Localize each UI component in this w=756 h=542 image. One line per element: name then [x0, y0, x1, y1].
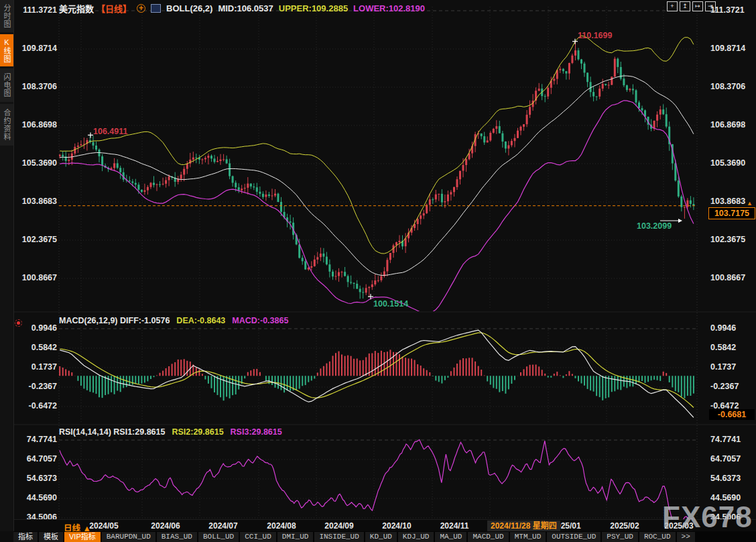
indicator-tab-kd-ud[interactable]: KD_UD	[365, 532, 397, 542]
rsi-axis-label-right: 54.6373	[710, 474, 741, 483]
rsi-axis-label-right: 64.7057	[710, 454, 741, 464]
chart-type-sidebar: 分时图K线图闪电图合约资料	[0, 0, 14, 531]
indicator-tab--[interactable]: 指标	[13, 532, 38, 542]
rsi-axis-label-left: 64.7057	[15, 454, 57, 464]
macd-axis-label-right: -0.2367	[710, 382, 739, 391]
month-label: 2024/08	[267, 521, 296, 531]
indicator-tab-barupdn-ud[interactable]: BARUPDN_UD	[102, 532, 155, 542]
month-label: 2024/06	[151, 521, 180, 531]
price-axis-label-left: 108.3706	[15, 82, 57, 91]
month-label: 2024/10	[382, 521, 411, 531]
sidebar-tab-1[interactable]: 分时图	[0, 0, 13, 32]
rsi-axis-label-left: 54.6373	[15, 474, 57, 483]
sidebar-tab-3[interactable]: 闪电图	[0, 68, 13, 102]
macd-value-tag: -0.6681	[709, 409, 755, 420]
indicator-tab-macd-ud[interactable]: MACD_UD	[468, 532, 508, 542]
indicator-toolbar: 指标模板VIP指标BARUPDN_UDBIAS_UDBOLL_UDCCI_UDD…	[13, 531, 756, 542]
annotation-high-106: 106.4911	[93, 127, 127, 136]
annotation-low-103: 103.2099	[637, 221, 672, 231]
price-up-arrow-icon: ▲	[747, 200, 753, 207]
price-axis-label-left: 106.8698	[15, 120, 57, 129]
rsi-axis-label-left: 44.5690	[15, 493, 57, 502]
period-tag: 【日线】	[97, 2, 131, 15]
month-label: 2024/09	[324, 521, 353, 531]
indicator-tab-outside-ud[interactable]: OUTSIDE_UD	[547, 532, 601, 542]
price-axis-label-left: 102.3675	[15, 235, 57, 244]
price-axis-label-right: 108.3706	[710, 82, 745, 91]
rsi-axis-label-left: 74.7741	[15, 435, 57, 444]
trading-app-window: 分时图K线图闪电图合约资料 美元指数 【日线】 + BOLL(26,2) MID…	[0, 0, 756, 542]
indicator-tab-inside-ud[interactable]: INSIDE_UD	[314, 532, 363, 542]
macd-axis-label-right: 0.1737	[710, 362, 736, 372]
price-axis-label-left: 103.8683	[15, 197, 57, 206]
indicator-tab-bias-ud[interactable]: BIAS_UD	[157, 532, 197, 542]
current-price-tag: 103.7175	[708, 207, 755, 219]
price-axis-label-right: 100.8667	[710, 273, 745, 282]
rsi-axis-label-right: 74.7741	[710, 435, 741, 444]
date-axis: 日线 ▲ 2024/052024/062024/072024/082024/09…	[14, 519, 756, 532]
rsi-panel-header: RSI(14,14,14) RSI1:29.8615 RSI2:29.8615 …	[59, 427, 282, 437]
macd-axis-label-right: 0.9946	[710, 323, 736, 333]
chart-plot-area[interactable]	[0, 0, 756, 542]
fx678-watermark: FX678	[662, 500, 753, 534]
price-axis-label-right: 109.8714	[710, 44, 745, 53]
macd-axis-label-left: 0.5842	[15, 343, 57, 352]
indicator-tab-kdj-ud[interactable]: KDJ_UD	[398, 532, 434, 542]
sidebar-tab-2[interactable]: K线图	[0, 34, 13, 66]
boll-lower-value: LOWER:102.8190	[353, 3, 425, 13]
boll-upper-value: UPPER:109.2885	[279, 3, 348, 13]
axis-up-icon[interactable]: ↥	[680, 1, 690, 11]
price-axis-label-right: 102.3675	[710, 235, 745, 244]
indicator-tab-dmi-ud[interactable]: DMI_UD	[277, 532, 314, 542]
indicator-tab-mtm-ud[interactable]: MTM_UD	[510, 532, 546, 542]
price-axis-label-left: 100.8667	[15, 273, 57, 282]
add-indicator-icon[interactable]: +	[137, 4, 145, 13]
crosshair-date-tag: 2024/11/28 星期四	[487, 521, 560, 531]
price-axis-label-right: 111.3721	[710, 5, 745, 15]
indicator-tab-vip-[interactable]: VIP指标	[64, 532, 101, 542]
alarm-icon[interactable]	[15, 319, 22, 327]
indicator-tab-boll-ud[interactable]: BOLL_UD	[198, 532, 239, 542]
month-label: 2025/02	[610, 521, 639, 531]
macd-axis-label-right: 0.5842	[710, 343, 736, 352]
boll-label: BOLL(26,2)	[166, 3, 212, 13]
annotation-low-100: 100.1514	[373, 299, 408, 309]
price-axis-label-left: 111.3721	[15, 5, 57, 15]
indicator-tab-psy-ud[interactable]: PSY_UD	[602, 532, 638, 542]
mini-chart-icon	[151, 4, 161, 13]
month-label: 2024/11	[440, 521, 469, 531]
price-axis-label-left: 105.3690	[15, 158, 57, 168]
main-chart-header: 美元指数 【日线】 + BOLL(26,2) MID:106.0537 UPPE…	[59, 2, 425, 15]
sidebar-tab-4[interactable]: 合约资料	[0, 104, 13, 146]
indicator-tab-cci-ud[interactable]: CCI_UD	[240, 532, 276, 542]
macd-panel-header: MACD(26,12,9) DIFF:-1.0576 DEA:-0.8643 M…	[59, 316, 288, 325]
boll-mid-value: MID:106.0537	[218, 3, 273, 13]
crosshair-icon[interactable]: +	[667, 1, 678, 11]
month-label: 2024/05	[89, 521, 118, 531]
symbol-name: 美元指数	[59, 2, 94, 15]
price-axis-label-right: 103.8683	[710, 197, 745, 206]
price-axis-label-right: 105.3690	[710, 158, 745, 168]
macd-axis-label-left: 0.1737	[15, 362, 57, 372]
macd-axis-label-left: -0.6472	[15, 401, 57, 411]
price-axis-label-right: 106.8698	[710, 120, 745, 129]
chart-toolbar: +↥↦⇥	[667, 1, 716, 11]
annotation-high-110: 110.1699	[578, 31, 612, 40]
month-label: 2024/07	[208, 521, 237, 531]
macd-axis-label-left: -0.2367	[15, 382, 57, 391]
price-axis-label-left: 109.8714	[15, 44, 57, 53]
indicator-tab--[interactable]: 模板	[39, 532, 63, 542]
axis-right-icon[interactable]: ↦	[692, 1, 703, 11]
indicator-tab-ma-ud[interactable]: MA_UD	[435, 532, 466, 542]
